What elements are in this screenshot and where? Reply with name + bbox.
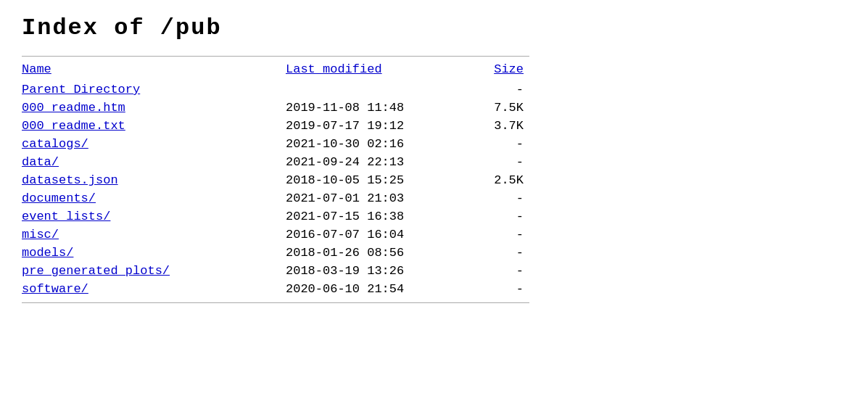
file-size-cell: -: [468, 262, 529, 280]
file-size-cell: -: [468, 244, 529, 262]
file-link[interactable]: 000_readme.htm: [22, 101, 125, 115]
file-size-cell: 2.5K: [468, 171, 529, 189]
sort-by-name-link[interactable]: Name: [22, 62, 51, 76]
file-link[interactable]: documents/: [22, 191, 96, 205]
table-row: pre_generated_plots/2018-03-19 13:26-: [22, 262, 529, 280]
file-size-cell: -: [468, 226, 529, 244]
column-header-size: Size: [468, 61, 529, 80]
file-link[interactable]: 000_readme.txt: [22, 119, 125, 133]
file-size-cell: -: [468, 280, 529, 298]
file-modified-cell: 2016-07-07 16:04: [286, 226, 468, 244]
bottom-divider: [22, 302, 529, 303]
table-row: software/2020-06-10 21:54-: [22, 280, 529, 298]
file-name-cell: models/: [22, 244, 286, 262]
file-name-cell: Parent Directory: [22, 80, 286, 99]
file-link[interactable]: misc/: [22, 228, 59, 241]
file-link[interactable]: pre_generated_plots/: [22, 264, 170, 278]
file-modified-cell: 2019-07-17 19:12: [286, 117, 468, 135]
file-modified-cell: 2021-10-30 02:16: [286, 135, 468, 153]
file-name-cell: pre_generated_plots/: [22, 262, 286, 280]
file-modified-cell: 2019-11-08 11:48: [286, 99, 468, 117]
file-modified-cell: 2018-10-05 15:25: [286, 171, 468, 189]
file-size-cell: -: [468, 207, 529, 226]
table-row: 000_readme.txt2019-07-17 19:123.7K: [22, 117, 529, 135]
table-row: datasets.json2018-10-05 15:252.5K: [22, 171, 529, 189]
file-name-cell: misc/: [22, 226, 286, 244]
file-link[interactable]: models/: [22, 246, 73, 260]
table-row: 000_readme.htm2019-11-08 11:487.5K: [22, 99, 529, 117]
file-modified-cell: 2021-07-01 21:03: [286, 189, 468, 207]
table-row: data/2021-09-24 22:13-: [22, 153, 529, 171]
file-name-cell: datasets.json: [22, 171, 286, 189]
file-name-cell: data/: [22, 153, 286, 171]
table-row: catalogs/2021-10-30 02:16-: [22, 135, 529, 153]
file-name-cell: catalogs/: [22, 135, 286, 153]
file-name-cell: software/: [22, 280, 286, 298]
file-link[interactable]: datasets.json: [22, 173, 118, 187]
file-name-cell: 000_readme.htm: [22, 99, 286, 117]
file-modified-cell: 2020-06-10 21:54: [286, 280, 468, 298]
file-modified-cell: 2021-07-15 16:38: [286, 207, 468, 226]
file-modified-cell: [286, 80, 468, 99]
sort-by-size-link[interactable]: Size: [494, 62, 524, 76]
file-size-cell: -: [468, 80, 529, 99]
file-name-cell: 000_readme.txt: [22, 117, 286, 135]
file-link[interactable]: event_lists/: [22, 210, 110, 223]
file-link[interactable]: data/: [22, 155, 59, 169]
column-header-modified: Last modified: [286, 61, 468, 80]
file-listing-table: Name Last modified Size Parent Directory…: [22, 61, 529, 298]
file-modified-cell: 2018-01-26 08:56: [286, 244, 468, 262]
column-header-name: Name: [22, 61, 286, 80]
table-row: models/2018-01-26 08:56-: [22, 244, 529, 262]
table-row: Parent Directory-: [22, 80, 529, 99]
file-name-cell: documents/: [22, 189, 286, 207]
file-link[interactable]: software/: [22, 282, 88, 296]
file-link[interactable]: Parent Directory: [22, 83, 140, 96]
file-modified-cell: 2018-03-19 13:26: [286, 262, 468, 280]
table-row: documents/2021-07-01 21:03-: [22, 189, 529, 207]
top-divider: [22, 56, 529, 57]
page-title: Index of /pub: [22, 15, 846, 41]
file-size-cell: 7.5K: [468, 99, 529, 117]
file-name-cell: event_lists/: [22, 207, 286, 226]
file-size-cell: -: [468, 153, 529, 171]
file-size-cell: 3.7K: [468, 117, 529, 135]
sort-by-modified-link[interactable]: Last modified: [286, 62, 382, 76]
table-row: misc/2016-07-07 16:04-: [22, 226, 529, 244]
file-modified-cell: 2021-09-24 22:13: [286, 153, 468, 171]
file-link[interactable]: catalogs/: [22, 137, 88, 151]
file-size-cell: -: [468, 135, 529, 153]
table-header-row: Name Last modified Size: [22, 61, 529, 80]
table-row: event_lists/2021-07-15 16:38-: [22, 207, 529, 226]
file-size-cell: -: [468, 189, 529, 207]
